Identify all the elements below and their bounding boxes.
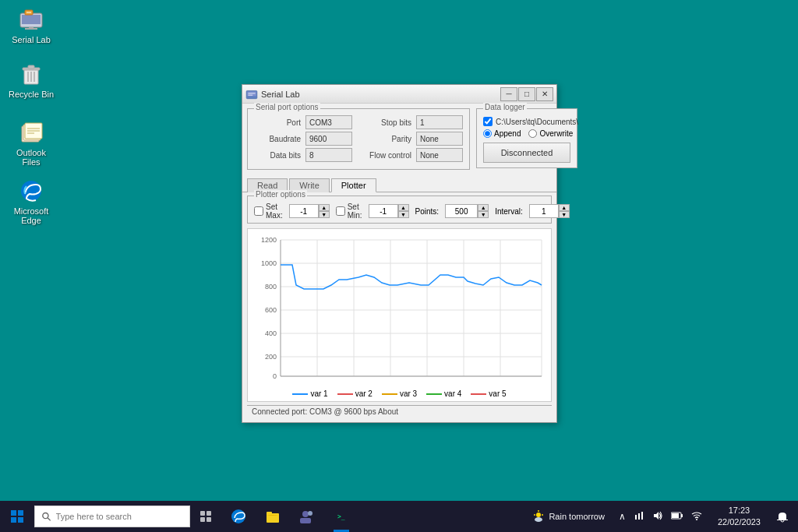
- weather-widget[interactable]: Rain tomorrow: [527, 501, 609, 532]
- legend-var1: var 1: [292, 389, 327, 398]
- search-icon: [41, 511, 51, 522]
- svg-rect-1: [22, 15, 41, 24]
- taskbar-teams[interactable]: [290, 501, 324, 532]
- serial-port-legend: Serial port options: [254, 103, 320, 111]
- set-min-text: Set Min:: [348, 203, 362, 220]
- append-label: Append: [494, 129, 521, 138]
- desktop-icon-recycle-bin[interactable]: Recycle Bin: [4, 58, 58, 102]
- legend-label-var2: var 2: [355, 389, 373, 398]
- desktop-icon-outlook-files[interactable]: Outlook Files: [4, 117, 58, 170]
- set-max-input[interactable]: [289, 204, 319, 218]
- search-input[interactable]: [56, 512, 183, 521]
- set-min-up[interactable]: ▲: [398, 204, 409, 211]
- desktop-icon-microsoft-edge[interactable]: Microsoft Edge: [4, 175, 58, 228]
- interval-down[interactable]: ▼: [559, 211, 570, 218]
- interval-input[interactable]: [529, 204, 559, 218]
- interval-up[interactable]: ▲: [559, 204, 570, 211]
- data-logger-checkbox[interactable]: [483, 117, 493, 126]
- minimize-button[interactable]: ─: [500, 87, 517, 101]
- legend-line-var4: [426, 393, 442, 395]
- port-input[interactable]: [305, 115, 352, 129]
- legend-line-var3: [382, 393, 397, 395]
- tab-plotter[interactable]: Plotter: [331, 178, 376, 192]
- task-view-icon: [200, 510, 212, 523]
- logger-path: C:\Users\tq\Documents\: [483, 117, 570, 126]
- taskbar-edge[interactable]: [221, 501, 256, 532]
- desktop-icon-recycle-bin-label: Recycle Bin: [9, 90, 54, 99]
- disconnect-button[interactable]: Disconnected: [483, 143, 570, 163]
- flow-control-input[interactable]: [416, 148, 463, 162]
- window-title-icon: [245, 88, 258, 100]
- serial-lab-window: Serial Lab ─ □ ✕ Serial port options Por…: [242, 84, 557, 423]
- svg-rect-68: [641, 512, 643, 520]
- taskbar-pinned-items: >_: [221, 501, 358, 532]
- set-max-label[interactable]: Set Max:: [254, 203, 283, 220]
- network-icon[interactable]: [632, 509, 646, 525]
- points-down[interactable]: ▼: [478, 211, 489, 218]
- overwrite-radio[interactable]: [528, 129, 537, 138]
- interval-spinner: ▲ ▼: [529, 204, 570, 218]
- set-max-checkbox[interactable]: [254, 206, 263, 216]
- notification-icon: [776, 510, 789, 523]
- baudrate-input[interactable]: [305, 132, 352, 146]
- desktop-icon-edge-label: Microsoft Edge: [7, 206, 55, 225]
- taskbar-terminal[interactable]: >_: [324, 501, 358, 532]
- set-max-text: Set Max:: [266, 203, 283, 220]
- points-input[interactable]: [445, 204, 478, 218]
- chart-container: 1200 1000 800 600 400 200 0: [247, 228, 552, 402]
- window-titlebar[interactable]: Serial Lab ─ □ ✕: [242, 85, 556, 104]
- svg-point-65: [535, 517, 542, 522]
- outlook-files-icon: [19, 120, 44, 145]
- taskbar-explorer[interactable]: [256, 501, 290, 532]
- desktop-icon-serial-lab[interactable]: Serial Lab: [4, 4, 58, 48]
- volume-systray-icon: [652, 510, 663, 521]
- legend-var3: var 3: [382, 389, 417, 398]
- svg-text:600: 600: [265, 306, 277, 314]
- serial-options-wrapper: Serial port options Port Baudrate: [247, 108, 470, 174]
- start-button[interactable]: [0, 501, 34, 532]
- points-up[interactable]: ▲: [478, 204, 489, 211]
- volume-icon[interactable]: [651, 509, 665, 525]
- data-bits-input[interactable]: [305, 148, 352, 162]
- svg-rect-8: [28, 65, 34, 69]
- plotter-options-group: Plotter options Set Max: ▲ ▼: [247, 196, 552, 224]
- wifi-icon[interactable]: [690, 509, 704, 524]
- svg-point-57: [308, 511, 312, 516]
- stop-bits-row: Stop bits: [365, 115, 463, 129]
- chart-line-var1: [281, 265, 542, 289]
- svg-text:1000: 1000: [261, 259, 277, 267]
- legend-label-var5: var 5: [489, 389, 506, 398]
- serial-options-col-left: Port Baudrate Data bits: [254, 115, 352, 164]
- set-min-down[interactable]: ▼: [398, 211, 409, 218]
- set-max-up[interactable]: ▲: [319, 204, 330, 211]
- parity-input[interactable]: [416, 132, 463, 146]
- clock-date: 22/02/2023: [718, 516, 761, 528]
- set-min-checkbox[interactable]: [336, 206, 345, 216]
- set-min-label[interactable]: Set Min:: [336, 203, 362, 220]
- close-button[interactable]: ✕: [536, 87, 553, 101]
- port-label: Port: [254, 118, 301, 127]
- maximize-button[interactable]: □: [518, 87, 535, 101]
- svg-rect-56: [300, 518, 311, 523]
- set-max-down[interactable]: ▼: [319, 211, 330, 218]
- status-bar: Connected port: COM3 @ 9600 bps About: [247, 405, 552, 417]
- systray-expand-icon[interactable]: ∧: [617, 509, 627, 523]
- append-radio[interactable]: [483, 129, 492, 138]
- svg-point-60: [536, 513, 541, 517]
- taskbar-clock[interactable]: 17:23 22/02/2023: [711, 501, 767, 532]
- svg-rect-54: [267, 512, 272, 515]
- append-option[interactable]: Append: [483, 129, 521, 138]
- flow-control-row: Flow control: [365, 148, 463, 162]
- clock-time: 17:23: [729, 505, 750, 516]
- taskbar-search-box[interactable]: [34, 506, 190, 527]
- battery-icon[interactable]: [669, 509, 685, 524]
- svg-point-55: [302, 511, 309, 517]
- set-min-input[interactable]: [369, 204, 398, 218]
- notification-button[interactable]: [770, 501, 795, 532]
- overwrite-option[interactable]: Overwrite: [528, 129, 573, 138]
- stop-bits-input[interactable]: [416, 115, 463, 129]
- svg-marker-69: [654, 512, 659, 520]
- window-controls: ─ □ ✕: [500, 87, 553, 101]
- task-view-button[interactable]: [190, 501, 221, 532]
- points-spinner: ▲ ▼: [445, 204, 489, 218]
